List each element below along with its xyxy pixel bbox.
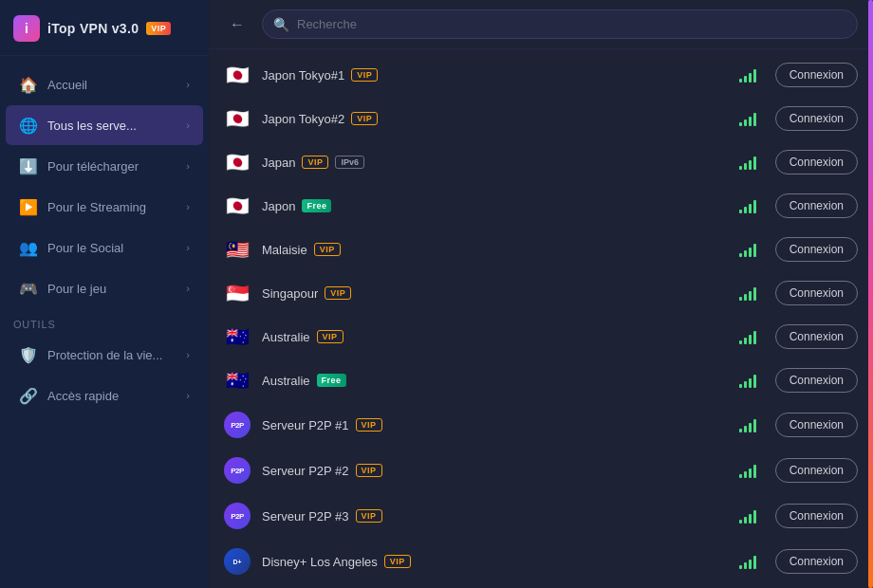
flag-icon: 🇯🇵 (224, 153, 251, 172)
connect-button[interactable]: Connexion (775, 150, 858, 175)
server-name: Singapour (262, 286, 318, 301)
server-info: Malaisie VIP (262, 243, 728, 257)
sidebar-header: i iTop VPN v3.0 VIP (0, 0, 209, 56)
signal-bar (753, 419, 756, 432)
table-row: 🇦🇺 Australie Free Connexion (209, 358, 873, 402)
signal-bars (739, 111, 756, 126)
server-info: Serveur P2P #3 VIP (262, 509, 728, 524)
vip-badge: VIP (325, 286, 351, 300)
table-row: D+ Disney+ New York VIP Connexion (209, 584, 873, 588)
signal-bar (744, 381, 747, 388)
connect-button[interactable]: Connexion (775, 413, 858, 437)
server-name: Japan (262, 156, 295, 170)
server-info: Disney+ Los Angeles VIP (262, 555, 728, 569)
p2p-icon: P2P (224, 412, 251, 438)
table-row: 🇯🇵 Japon Free Connexion (209, 184, 873, 228)
nav-icon-pour-le-jeu: 🎮 (19, 279, 38, 298)
sidebar-item-pour-le-jeu[interactable]: 🎮 Pour le jeu › (6, 268, 203, 308)
p2p-icon: P2P (224, 457, 251, 484)
signal-bar (744, 471, 747, 478)
signal-bar (753, 510, 756, 524)
connect-button[interactable]: Connexion (775, 63, 858, 87)
signal-bar (744, 562, 747, 569)
signal-bar (753, 156, 756, 170)
vip-badge: VIP (384, 555, 411, 568)
signal-bars (739, 285, 756, 301)
connect-button[interactable]: Connexion (775, 324, 858, 349)
back-button[interactable]: ← (224, 11, 251, 38)
signal-bar (739, 79, 742, 83)
nav-label-pour-telecharger: Pour télécharger (47, 159, 176, 174)
vip-badge: VIP (356, 418, 382, 432)
server-name: Australie (262, 374, 310, 388)
signal-bars (739, 417, 756, 432)
signal-bar (744, 250, 747, 257)
signal-bar (744, 207, 747, 213)
signal-bars (739, 329, 756, 344)
server-info: Japon Free (262, 199, 728, 213)
server-list: 🇯🇵 Japon Tokyo#1 VIP Connexion 🇯🇵 Japon … (209, 49, 873, 588)
vip-badge: VIP (317, 330, 344, 343)
signal-bar (749, 335, 752, 344)
signal-bar (739, 565, 742, 569)
signal-bar (749, 469, 752, 478)
connect-button[interactable]: Connexion (775, 549, 858, 574)
signal-bar (753, 556, 756, 569)
signal-bar (739, 340, 742, 344)
server-name: Serveur P2P #3 (262, 509, 349, 524)
flag-icon: 🇲🇾 (224, 240, 251, 259)
sidebar-item-tous-les-serveurs[interactable]: 🌐 Tous les serve... › (6, 105, 203, 145)
signal-bar (753, 244, 756, 257)
vip-badge: VIP (314, 243, 341, 256)
signal-bar (753, 113, 756, 126)
signal-bars (739, 242, 756, 257)
sidebar: i iTop VPN v3.0 VIP 🏠 Accueil › 🌐 Tous l… (0, 0, 209, 588)
sidebar-item-pour-le-social[interactable]: 👥 Pour le Social › (6, 228, 203, 267)
sidebar-item-pour-le-streaming[interactable]: ▶️ Pour le Streaming › (6, 187, 203, 227)
nav-label-pour-le-jeu: Pour le jeu (47, 282, 176, 296)
signal-bar (744, 76, 747, 83)
sidebar-item-accueil[interactable]: 🏠 Accueil › (6, 64, 203, 104)
free-badge: Free (317, 374, 346, 387)
signal-bar (739, 520, 742, 524)
signal-bar (739, 210, 742, 213)
tools-icon-acces-rapide: 🔗 (19, 386, 38, 405)
connect-button[interactable]: Connexion (775, 281, 858, 305)
signal-bars (739, 155, 756, 170)
server-name: Japon (262, 199, 295, 213)
signal-bar (744, 294, 747, 301)
connect-button[interactable]: Connexion (775, 237, 858, 262)
signal-bar (744, 517, 747, 524)
signal-bar (749, 514, 752, 524)
connect-button[interactable]: Connexion (775, 504, 858, 528)
tools-label-protection-vie: Protection de la vie... (47, 348, 176, 362)
sidebar-item-pour-telecharger[interactable]: ⬇️ Pour télécharger › (6, 146, 203, 186)
search-input[interactable] (262, 9, 858, 39)
search-icon: 🔍 (273, 17, 289, 32)
nav-icon-accueil: 🏠 (19, 75, 38, 94)
main-content: ← 🔍 🇯🇵 Japon Tokyo#1 VIP Connexion 🇯🇵 Ja… (209, 0, 873, 588)
flag-icon: 🇦🇺 (224, 371, 251, 390)
nav-icon-pour-le-social: 👥 (19, 238, 38, 257)
connect-button[interactable]: Connexion (775, 193, 858, 218)
server-info: Singapour VIP (262, 286, 728, 301)
tools-item-acces-rapide[interactable]: 🔗 Accès rapide › (6, 376, 203, 415)
table-row: P2P Serveur P2P #3 VIP Connexion (209, 493, 873, 539)
connect-button[interactable]: Connexion (775, 106, 858, 131)
signal-bar (753, 69, 756, 83)
connect-button[interactable]: Connexion (775, 458, 858, 483)
vip-badge: VIP (302, 156, 328, 169)
main-header: ← 🔍 (209, 0, 873, 49)
signal-bar (744, 119, 747, 126)
table-row: 🇦🇺 Australie VIP Connexion (209, 315, 873, 358)
tools-item-protection-vie[interactable]: 🛡️ Protection de la vie... › (6, 335, 203, 375)
app-title: iTop VPN v3.0 (47, 21, 139, 36)
signal-bar (749, 560, 752, 569)
vip-badge: VIP (356, 464, 382, 477)
signal-bars (739, 463, 756, 478)
flag-icon: 🇸🇬 (224, 284, 251, 303)
tools-section-title: Outils (0, 309, 209, 334)
server-name: Australie (262, 330, 310, 344)
connect-button[interactable]: Connexion (775, 368, 858, 393)
table-row: P2P Serveur P2P #1 VIP Connexion (209, 402, 873, 448)
